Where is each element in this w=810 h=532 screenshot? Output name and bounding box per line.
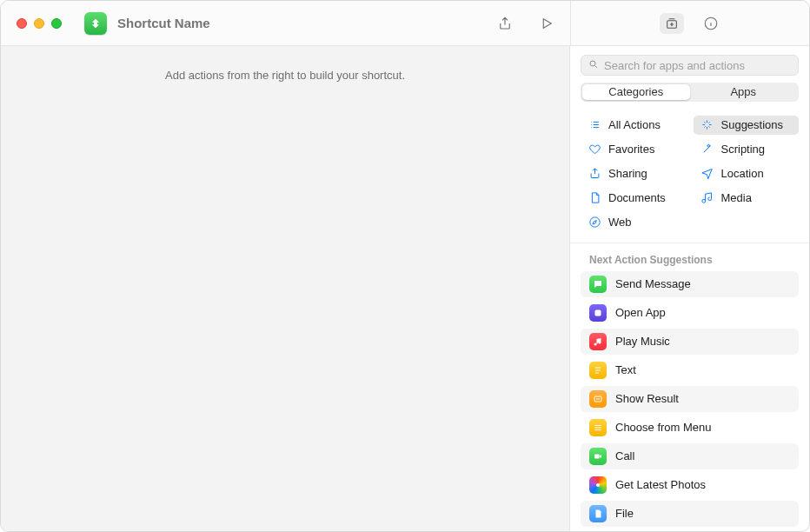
tab-apps[interactable]: Apps [690, 84, 798, 100]
action-text[interactable]: Text [581, 357, 799, 383]
category-favorites[interactable]: Favorites [581, 140, 687, 159]
toolbar-sidebar-right [570, 1, 809, 46]
toolbar-main-right [331, 14, 570, 33]
category-all-actions[interactable]: All Actions [581, 116, 687, 135]
svg-point-3 [589, 217, 599, 227]
minimize-window-button[interactable] [34, 18, 44, 29]
shortcut-details-button[interactable] [701, 14, 720, 33]
share-icon [588, 167, 601, 181]
suggestions-list: Send Message Open App Play Music Text [570, 271, 809, 531]
svg-rect-6 [594, 454, 600, 458]
category-label: Suggestions [721, 118, 784, 131]
zoom-window-button[interactable] [51, 18, 62, 29]
action-label: Call [615, 449, 634, 462]
shortcut-canvas[interactable]: Add actions from the right to build your… [1, 46, 570, 531]
editor-body: Add actions from the right to build your… [1, 46, 809, 531]
action-label: File [615, 507, 634, 520]
titlebar [1, 1, 809, 46]
document-icon [588, 191, 601, 205]
open-app-icon [589, 304, 607, 322]
messages-app-icon [589, 276, 607, 293]
category-location[interactable]: Location [694, 164, 800, 183]
action-label: Play Music [615, 335, 670, 348]
action-play-music[interactable]: Play Music [581, 329, 799, 355]
search-input[interactable] [604, 59, 791, 72]
heart-icon [588, 143, 601, 156]
action-get-latest-photos[interactable]: Get Latest Photos [581, 472, 799, 498]
action-library-button[interactable] [660, 13, 684, 34]
show-result-icon [589, 390, 607, 408]
tab-categories[interactable]: Categories [582, 84, 690, 100]
category-label: All Actions [608, 118, 661, 131]
location-icon [700, 167, 714, 181]
category-label: Media [721, 191, 752, 204]
action-call[interactable]: Call [581, 443, 799, 469]
canvas-empty-hint: Add actions from the right to build your… [165, 69, 405, 531]
action-label: Show Result [615, 392, 679, 405]
shortcuts-app-icon [84, 12, 107, 35]
menu-icon [589, 419, 607, 436]
action-file[interactable]: File [581, 501, 799, 527]
svg-point-2 [590, 61, 595, 66]
category-label: Sharing [608, 167, 647, 180]
action-library-sidebar: Categories Apps All Actions Suggestions [570, 46, 809, 531]
category-label: Location [721, 167, 764, 180]
close-window-button[interactable] [17, 18, 27, 29]
category-label: Scripting [721, 143, 766, 156]
share-button[interactable] [495, 14, 515, 33]
facetime-icon [589, 448, 607, 465]
search-icon [588, 57, 599, 73]
shortcuts-editor-window: Add actions from the right to build your… [0, 0, 810, 532]
category-label: Web [608, 216, 632, 229]
music-icon [700, 191, 714, 205]
run-button[interactable] [537, 14, 556, 33]
category-grid: All Actions Suggestions Favorites [570, 112, 809, 243]
suggestions-section-header: Next Action Suggestions [570, 243, 809, 271]
category-media[interactable]: Media [694, 189, 800, 208]
action-label: Open App [615, 306, 666, 319]
category-web[interactable]: Web [581, 213, 687, 232]
action-label: Send Message [615, 277, 691, 290]
action-get-clipboard[interactable]: Get Clipboard [581, 529, 799, 531]
category-label: Documents [608, 191, 666, 204]
music-app-icon [589, 333, 607, 350]
action-label: Get Latest Photos [615, 478, 706, 491]
action-show-result[interactable]: Show Result [581, 386, 799, 412]
text-icon [589, 362, 607, 379]
window-controls [1, 18, 62, 29]
shortcut-name-field[interactable] [117, 16, 309, 30]
action-label: Text [615, 363, 636, 376]
wand-icon [700, 143, 714, 156]
category-label: Favorites [608, 143, 654, 156]
search-field[interactable] [581, 55, 799, 76]
compass-icon [588, 216, 601, 229]
action-send-message[interactable]: Send Message [581, 271, 799, 297]
action-label: Choose from Menu [615, 421, 712, 434]
category-suggestions[interactable]: Suggestions [694, 116, 800, 135]
svg-point-7 [596, 483, 600, 487]
svg-rect-4 [595, 309, 601, 316]
action-choose-from-menu[interactable]: Choose from Menu [581, 415, 799, 441]
library-tabs: Categories Apps [581, 83, 799, 102]
category-documents[interactable]: Documents [581, 189, 687, 208]
category-scripting[interactable]: Scripting [694, 140, 800, 159]
file-icon [589, 505, 607, 522]
action-open-app[interactable]: Open App [581, 300, 799, 326]
list-icon [588, 118, 601, 132]
photos-app-icon [589, 476, 607, 494]
sparkle-icon [700, 118, 714, 132]
category-sharing[interactable]: Sharing [581, 164, 687, 183]
